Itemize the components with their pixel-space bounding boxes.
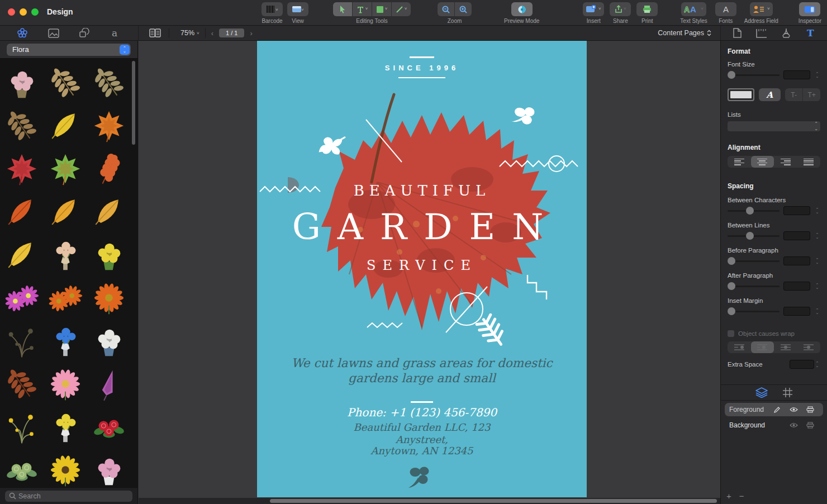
clipart-item-succulent[interactable]	[4, 453, 40, 488]
zoom-level-dropdown[interactable]: 75%˅	[175, 29, 199, 37]
clipart-item-pink-gerbera[interactable]	[47, 367, 83, 403]
clipart-item-ivy-branch[interactable]	[4, 109, 40, 145]
page-indicator[interactable]: 1 / 1	[219, 28, 244, 37]
clipart-item-dried-plant[interactable]	[4, 324, 40, 360]
clipart-item-pink-lilies[interactable]	[91, 453, 127, 488]
clipart-item-golden-leaf[interactable]	[91, 195, 127, 231]
address-field-button[interactable]: ˅ Address Field	[744, 2, 778, 24]
wrap-checkbox[interactable]	[728, 330, 734, 337]
clipart-item-yellow-long-leaf[interactable]	[4, 238, 40, 274]
layer-visibility-icon[interactable]	[785, 422, 802, 428]
spacing-stepper[interactable]: ⌃⌄	[814, 307, 820, 316]
inspector-button[interactable]: Inspector	[799, 2, 821, 24]
font-size-slider[interactable]	[728, 71, 780, 79]
sidebar-scrollbar[interactable]	[132, 61, 135, 145]
align-left-button[interactable]	[728, 156, 751, 168]
zigzag-small-decoration[interactable]	[366, 320, 406, 330]
text-color-well[interactable]	[728, 88, 754, 101]
spacing-field[interactable]	[783, 282, 810, 291]
poster[interactable]: SINCE 1996 BEAUTIFUL GARDEN SERVICE We c…	[257, 41, 587, 497]
address-line-3[interactable]: Anytown, AN 12345	[257, 445, 587, 457]
title-service[interactable]: SERVICE	[257, 258, 587, 273]
step-line-decoration[interactable]	[525, 273, 550, 302]
spacing-field[interactable]	[783, 206, 810, 215]
align-center-button[interactable]	[751, 156, 774, 168]
clipart-item-red-maple[interactable]	[4, 152, 40, 188]
clover-decoration[interactable]	[510, 102, 539, 131]
spacing-slider[interactable]	[728, 232, 780, 240]
preview-mode-button[interactable]: Preview Mode	[504, 2, 539, 24]
spacing-slider[interactable]	[728, 282, 780, 290]
tab-geometry-inspector[interactable]	[753, 27, 770, 39]
clipart-item-yellow-flowers[interactable]	[91, 238, 127, 274]
canvas-area[interactable]: SINCE 1996 BEAUTIFUL GARDEN SERVICE We c…	[139, 41, 720, 504]
clipart-item-pink-clematis[interactable]	[4, 281, 40, 317]
title-beautiful[interactable]: BEAUTIFUL	[257, 182, 587, 199]
view-button[interactable]: ˅ View	[287, 2, 308, 24]
clipart-item-flower-basket[interactable]	[4, 66, 40, 102]
lists-dropdown[interactable]: ⌃⌄	[728, 121, 820, 131]
spacing-field[interactable]	[783, 307, 810, 316]
zigzag-circle-decoration[interactable]	[498, 154, 581, 174]
clipart-item-white-bouquet[interactable]	[91, 324, 127, 360]
clipart-item-orange-daisies[interactable]	[47, 281, 83, 317]
clipart-item-lily-vase[interactable]	[47, 410, 83, 446]
align-justify-button[interactable]	[797, 156, 821, 168]
clipart-item-yellow-leaf[interactable]	[47, 109, 83, 145]
print-button[interactable]: Print	[636, 2, 658, 24]
facing-pages-icon[interactable]	[146, 27, 163, 39]
spacing-slider[interactable]	[728, 257, 780, 265]
layer-print-icon[interactable]	[802, 406, 819, 413]
since-block[interactable]: SINCE 1996	[257, 56, 587, 78]
clipart-item-amber-leaf[interactable]	[47, 195, 83, 231]
address-line-1[interactable]: Beautiful Garden LLC, 123	[257, 421, 587, 433]
tab-text-art[interactable]: a	[107, 27, 124, 39]
extra-space-stepper[interactable]: ⌃⌄	[814, 360, 820, 369]
search-input[interactable]	[5, 491, 132, 502]
zoom-in-button[interactable]	[455, 2, 472, 16]
text-tool-button[interactable]: ˅	[353, 2, 372, 16]
layer-row-foreground[interactable]: Foreground	[725, 403, 823, 416]
font-size-stepper[interactable]: ⌃⌄	[814, 70, 820, 79]
wrap-mode-button-1[interactable]	[751, 341, 774, 353]
spacing-field[interactable]	[783, 231, 810, 240]
layer-print-icon[interactable]	[802, 422, 819, 429]
clover-footer-icon[interactable]	[407, 464, 432, 491]
address-line-2[interactable]: Anystreet,	[257, 434, 587, 445]
select-tool-button[interactable]	[333, 2, 352, 16]
spacing-field[interactable]	[783, 256, 810, 265]
clipart-item-tan-branch[interactable]	[47, 66, 83, 102]
clipart-item-oak-leaf[interactable]	[91, 152, 127, 188]
clipart-item-green-maple[interactable]	[47, 152, 83, 188]
fern-decoration[interactable]	[470, 313, 514, 350]
increase-size-button[interactable]: T+	[803, 88, 820, 101]
clipart-item-purple-astilbe[interactable]	[91, 367, 127, 403]
wrap-mode-button-3[interactable]	[797, 341, 821, 353]
edit-layer-icon[interactable]	[768, 406, 785, 413]
diagonal-line-decoration[interactable]	[364, 118, 403, 164]
master-pages-tab-icon[interactable]	[782, 387, 793, 398]
layer-visibility-icon[interactable]	[785, 407, 802, 412]
decrease-size-button[interactable]: T-	[785, 88, 803, 101]
spacing-stepper[interactable]: ⌃⌄	[814, 256, 820, 265]
zoom-out-button[interactable]	[438, 2, 454, 16]
close-window-button[interactable]	[8, 8, 15, 16]
clipart-item-peach-bouquet[interactable]	[47, 238, 83, 274]
share-button[interactable]: ˅ Share	[610, 2, 631, 24]
tab-text-inspector[interactable]: T	[802, 27, 819, 39]
title-garden[interactable]: GARDEN	[257, 206, 587, 248]
layer-row-background[interactable]: Background	[725, 419, 823, 432]
clipart-item-blue-vase[interactable]	[47, 324, 83, 360]
line-tool-button[interactable]: ˅	[392, 2, 411, 16]
align-right-button[interactable]	[774, 156, 797, 168]
clipart-item-red-roses[interactable]	[91, 410, 127, 446]
tab-appearance-inspector[interactable]	[778, 27, 795, 39]
tab-clipart[interactable]	[14, 27, 31, 39]
collection-select[interactable]: Flora ⌃⌄	[7, 44, 131, 56]
spacing-stepper[interactable]: ⌃⌄	[814, 231, 820, 240]
oak-leaf-decoration[interactable]	[315, 127, 349, 162]
tagline-text[interactable]: We cut lawns and grass areas for domesti…	[288, 355, 556, 386]
layers-tab-icon[interactable]	[755, 387, 768, 398]
wrap-mode-button-0[interactable]	[728, 341, 751, 353]
font-size-field[interactable]	[783, 70, 810, 79]
